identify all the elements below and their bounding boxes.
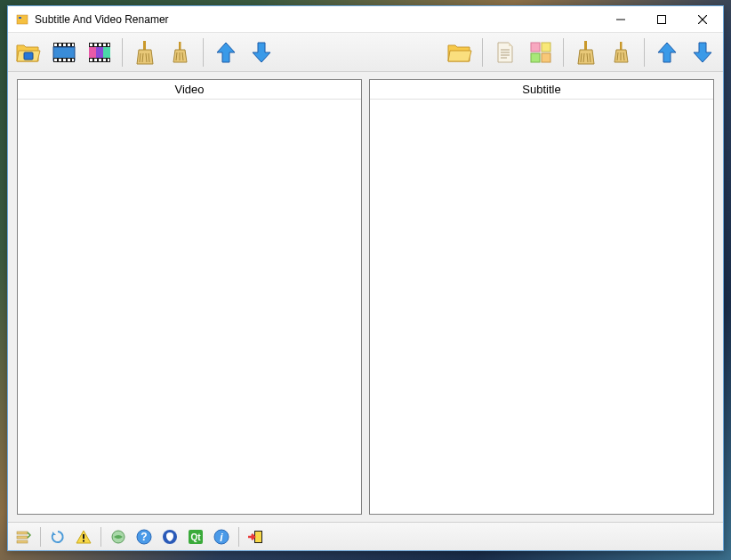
refresh-button[interactable] (46, 525, 69, 548)
svg-rect-62 (17, 536, 28, 539)
open-video-folder-button[interactable] (12, 36, 45, 69)
about-button[interactable]: i (210, 525, 233, 548)
exit-button[interactable] (245, 525, 268, 548)
clear-subtitle-button[interactable] (569, 36, 603, 69)
svg-rect-57 (620, 42, 623, 50)
svg-rect-64 (83, 534, 84, 539)
window-controls (600, 6, 723, 32)
svg-rect-12 (72, 44, 74, 46)
svg-rect-31 (94, 59, 97, 61)
svg-text:?: ? (141, 531, 147, 543)
window-title: Subtitle And Video Renamer (35, 13, 600, 26)
maximize-button[interactable] (641, 6, 682, 32)
remove-video-button[interactable] (164, 36, 197, 69)
subtitle-move-up-button[interactable] (650, 36, 684, 69)
warning-button[interactable] (72, 525, 95, 548)
svg-rect-25 (108, 44, 109, 46)
app-icon (15, 12, 29, 27)
subtitle-list[interactable] (370, 100, 713, 514)
svg-rect-35 (143, 41, 146, 50)
toolbar-separator (482, 38, 483, 67)
svg-rect-52 (584, 41, 587, 50)
toolbar-separator (563, 38, 564, 67)
bottom-separator (40, 527, 41, 547)
remove-subtitle-button[interactable] (605, 36, 639, 69)
svg-rect-19 (72, 59, 74, 61)
svg-rect-40 (179, 42, 181, 50)
svg-rect-8 (54, 44, 57, 46)
svg-text:Qt: Qt (190, 532, 201, 542)
toolbar-separator (203, 38, 204, 67)
svg-rect-17 (63, 59, 66, 61)
subtitle-panel-header: Subtitle (370, 80, 713, 100)
toolbar-separator (122, 38, 123, 67)
add-video-color-button[interactable] (83, 36, 116, 69)
video-move-down-button[interactable] (245, 36, 278, 69)
video-toolbar (12, 36, 278, 69)
titlebar: Subtitle And Video Renamer (8, 6, 723, 33)
about-qt-button[interactable]: Qt (184, 525, 207, 548)
svg-rect-50 (531, 53, 540, 62)
svg-rect-28 (103, 47, 110, 58)
svg-rect-9 (59, 44, 61, 46)
svg-rect-11 (68, 44, 70, 46)
help-button[interactable]: ? (133, 525, 156, 548)
svg-rect-23 (99, 44, 101, 46)
open-subtitle-folder-button[interactable] (443, 36, 477, 69)
svg-rect-24 (103, 44, 106, 46)
svg-rect-27 (96, 47, 103, 58)
svg-rect-16 (59, 59, 61, 61)
video-list[interactable] (18, 100, 361, 514)
donate-button[interactable] (158, 525, 181, 548)
svg-rect-65 (83, 540, 84, 541)
svg-rect-0 (17, 15, 28, 24)
svg-rect-1 (19, 17, 21, 19)
add-subtitle-color-button[interactable] (524, 36, 558, 69)
svg-rect-3 (658, 15, 666, 23)
svg-rect-49 (542, 43, 550, 52)
subtitle-panel: Subtitle (369, 79, 714, 515)
clear-video-button[interactable] (128, 36, 162, 69)
top-toolbar (8, 33, 723, 72)
bottom-separator (100, 527, 101, 547)
main-content: Video Subtitle (8, 72, 723, 522)
toolbar-separator (644, 38, 645, 67)
subtitle-toolbar (443, 36, 719, 69)
svg-rect-10 (63, 44, 66, 46)
svg-rect-75 (255, 532, 261, 542)
bottom-toolbar: ? Qt i (8, 522, 723, 550)
video-panel-header: Video (18, 80, 361, 100)
svg-rect-34 (108, 59, 109, 61)
app-window: Subtitle And Video Renamer (7, 5, 724, 551)
svg-rect-51 (542, 53, 550, 62)
svg-rect-33 (103, 59, 106, 61)
video-move-up-button[interactable] (209, 36, 243, 69)
svg-rect-22 (94, 44, 97, 46)
svg-rect-61 (17, 532, 28, 534)
svg-rect-48 (531, 43, 540, 52)
subtitle-move-down-button[interactable] (686, 36, 719, 69)
bottom-separator (238, 527, 239, 547)
svg-rect-21 (90, 44, 92, 46)
video-panel: Video (17, 79, 362, 515)
svg-rect-18 (68, 59, 70, 61)
svg-rect-26 (89, 47, 96, 58)
svg-rect-32 (99, 59, 101, 61)
svg-rect-63 (17, 540, 28, 543)
svg-rect-6 (24, 52, 33, 60)
svg-rect-15 (54, 59, 57, 61)
minimize-button[interactable] (600, 6, 641, 32)
close-button[interactable] (682, 6, 723, 32)
add-video-button[interactable] (47, 36, 81, 69)
add-subtitle-file-button[interactable] (488, 36, 522, 69)
update-button[interactable] (107, 525, 130, 548)
svg-rect-30 (90, 59, 92, 61)
rename-button[interactable] (12, 525, 35, 548)
